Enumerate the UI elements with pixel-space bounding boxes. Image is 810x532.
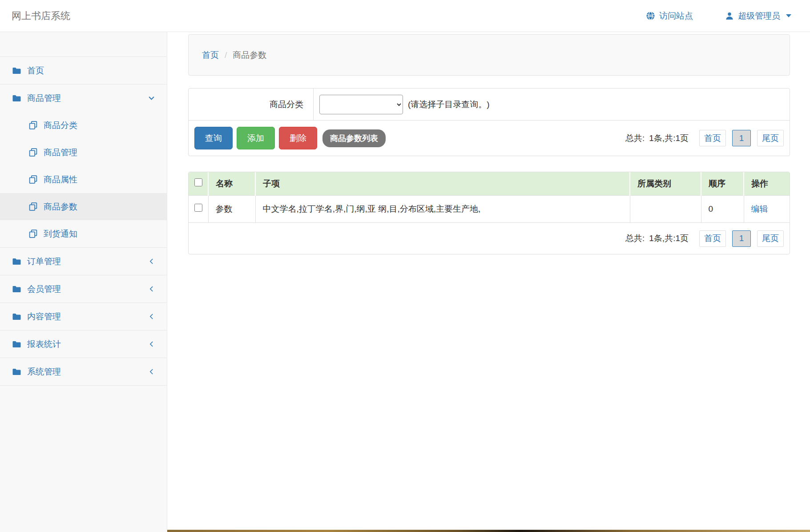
folder-icon <box>12 340 21 348</box>
pages-icon <box>28 229 38 238</box>
visit-site-link[interactable]: 访问站点 <box>646 10 693 22</box>
chevron-left-icon <box>148 258 155 265</box>
cell-order: 0 <box>701 195 744 222</box>
pages-icon <box>28 148 38 157</box>
sidebar-item-label: 商品分类 <box>44 120 77 131</box>
cell-sub-items: 中文学名,拉丁学名,界,门,纲,亚 纲,目,分布区域,主要生产地, <box>255 195 630 222</box>
current-page-button[interactable]: 1 <box>732 130 751 146</box>
sidebar: 首页 商品管理 商品分类 <box>0 32 167 532</box>
category-select[interactable] <box>319 95 403 114</box>
sidebar-item-product-category[interactable]: 商品分类 <box>0 112 167 139</box>
column-header-name: 名称 <box>208 172 255 195</box>
main-content: 首页 / 商品参数 商品分类 (请选择子目录查询。) 查询 添加 删除 商品参数… <box>167 32 810 532</box>
category-filter-label: 商品分类 <box>189 89 314 120</box>
filter-row: 商品分类 (请选择子目录查询。) <box>189 89 790 121</box>
top-navbar: 网上书店系统 访问站点 超级管理员 <box>0 0 810 32</box>
column-header-order: 顺序 <box>701 172 744 195</box>
nav-group-orders: 订单管理 <box>0 248 167 275</box>
sidebar-item-label: 会员管理 <box>27 283 61 295</box>
sidebar-item-label: 到货通知 <box>44 228 77 240</box>
sidebar-item-label: 商品管理 <box>27 93 61 104</box>
toolbar-row: 查询 添加 删除 商品参数列表 总共:1条,共:1页 首页 1 尾页 <box>189 121 790 156</box>
sidebar-item-report-statistics[interactable]: 报表统计 <box>0 330 167 358</box>
sidebar-item-label: 系统管理 <box>27 366 61 378</box>
column-header-category: 所属类别 <box>630 172 701 195</box>
nav-group-reports: 报表统计 <box>0 330 167 358</box>
current-page-button[interactable]: 1 <box>732 230 751 247</box>
sidebar-item-product-admin[interactable]: 商品管理 <box>0 139 167 166</box>
column-header-action: 操作 <box>744 172 790 195</box>
parameters-table: 名称 子项 所属类别 顺序 操作 参数 中文学名,拉丁学名,界,门,纲,亚 纲,… <box>189 172 790 222</box>
sidebar-item-label: 报表统计 <box>27 339 61 350</box>
visit-site-label: 访问站点 <box>659 10 693 22</box>
pages-icon <box>28 175 38 184</box>
pages-icon <box>28 202 38 211</box>
nav-group-members: 会员管理 <box>0 275 167 303</box>
last-page-button[interactable]: 尾页 <box>757 130 784 146</box>
first-page-button[interactable]: 首页 <box>699 130 726 146</box>
pagination-summary-value: 1条,共:1页 <box>649 234 689 243</box>
sidebar-item-member-management[interactable]: 会员管理 <box>0 275 167 302</box>
pagination-summary: 总共:1条,共:1页 <box>625 233 689 244</box>
cell-name: 参数 <box>208 195 255 222</box>
pagination-summary-value: 1条,共:1页 <box>649 133 689 143</box>
sidebar-item-label: 商品管理 <box>44 147 77 158</box>
bottom-edge-strip <box>167 530 810 532</box>
sidebar-item-system-management[interactable]: 系统管理 <box>0 358 167 385</box>
sidebar-item-home[interactable]: 首页 <box>0 57 167 84</box>
chevron-left-icon <box>148 340 155 348</box>
search-button[interactable]: 查询 <box>194 127 233 149</box>
sidebar-item-label: 商品参数 <box>44 201 77 213</box>
delete-button[interactable]: 删除 <box>279 127 317 149</box>
pages-icon <box>28 121 38 130</box>
sidebar-item-label: 商品属性 <box>44 174 77 185</box>
pagination-summary: 总共:1条,共:1页 <box>625 133 689 144</box>
table-footer: 总共:1条,共:1页 首页 1 尾页 <box>189 222 790 254</box>
folder-icon <box>12 67 21 75</box>
category-filter-hint: (请选择子目录查询。) <box>408 99 490 110</box>
sidebar-item-label: 订单管理 <box>27 256 61 267</box>
sidebar-item-product-parameters[interactable]: 商品参数 <box>0 193 167 220</box>
folder-icon <box>12 94 21 102</box>
edit-link[interactable]: 编辑 <box>751 204 768 214</box>
breadcrumb-separator: / <box>225 50 227 60</box>
row-checkbox[interactable] <box>194 204 202 212</box>
cell-category <box>630 195 701 222</box>
breadcrumb-current: 商品参数 <box>233 49 266 61</box>
folder-icon <box>12 285 21 293</box>
table-header-row: 名称 子项 所属类别 顺序 操作 <box>189 172 790 195</box>
breadcrumb: 首页 / 商品参数 <box>188 34 790 76</box>
last-page-button[interactable]: 尾页 <box>757 230 784 247</box>
sidebar-item-label: 首页 <box>27 65 44 77</box>
nav-group-system: 系统管理 <box>0 358 167 386</box>
chevron-left-icon <box>148 313 155 320</box>
user-icon <box>725 12 734 20</box>
nav-group-product: 商品管理 商品分类 商品管理 商品 <box>0 85 167 248</box>
first-page-button[interactable]: 首页 <box>699 230 726 247</box>
sidebar-item-order-management[interactable]: 订单管理 <box>0 248 167 275</box>
pagination-bottom: 总共:1条,共:1页 首页 1 尾页 <box>625 230 784 247</box>
list-title-badge: 商品参数列表 <box>322 129 386 147</box>
nav-group-content: 内容管理 <box>0 303 167 330</box>
sidebar-item-arrival-notice[interactable]: 到货通知 <box>0 220 167 247</box>
sidebar-spacer <box>0 32 167 57</box>
admin-user-label: 超级管理员 <box>738 10 780 22</box>
table-row: 参数 中文学名,拉丁学名,界,门,纲,亚 纲,目,分布区域,主要生产地, 0 编… <box>189 195 790 222</box>
sidebar-item-product-management[interactable]: 商品管理 <box>0 85 167 112</box>
sidebar-item-label: 内容管理 <box>27 311 61 322</box>
add-button[interactable]: 添加 <box>237 127 275 149</box>
folder-icon <box>12 368 21 376</box>
breadcrumb-home-link[interactable]: 首页 <box>202 49 219 61</box>
app-title: 网上书店系统 <box>12 9 70 23</box>
pagination-summary-label: 总共: <box>625 133 645 143</box>
pagination-top: 总共:1条,共:1页 首页 1 尾页 <box>625 130 784 146</box>
sidebar-item-product-attributes[interactable]: 商品属性 <box>0 166 167 193</box>
sidebar-item-content-management[interactable]: 内容管理 <box>0 303 167 330</box>
caret-down-icon <box>786 14 791 17</box>
chevron-down-icon <box>148 94 155 102</box>
globe-icon <box>646 11 655 20</box>
chevron-left-icon <box>148 368 155 375</box>
admin-user-menu[interactable]: 超级管理员 <box>725 10 791 22</box>
column-header-sub-items: 子项 <box>255 172 630 195</box>
select-all-checkbox[interactable] <box>194 178 202 186</box>
